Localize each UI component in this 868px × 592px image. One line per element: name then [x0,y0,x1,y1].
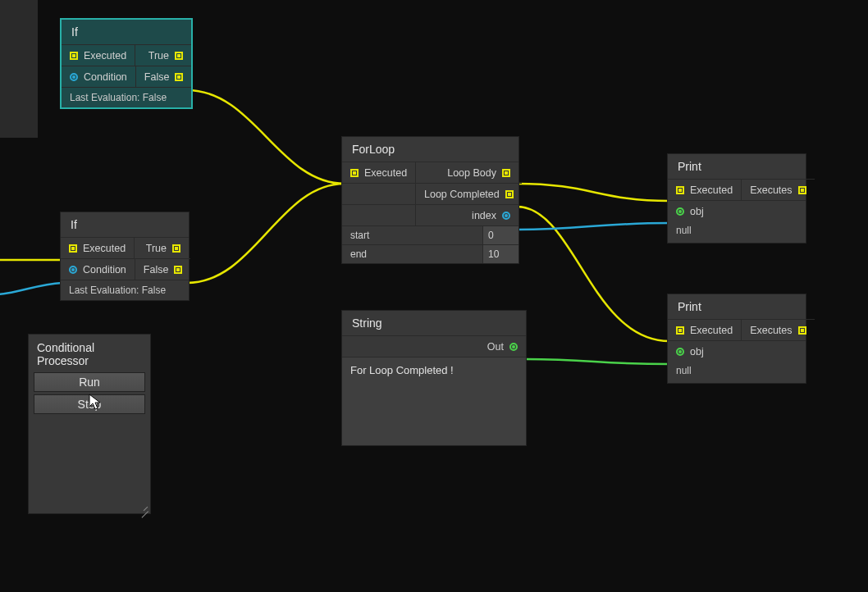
port-executed-in[interactable]: Executed [62,44,135,66]
exec-pin-icon [798,326,806,335]
exec-pin-icon [502,169,510,177]
data-pin-icon [502,212,510,220]
field-start-value[interactable]: 0 [482,226,519,244]
port-out[interactable]: Out [342,335,526,357]
port-index-out[interactable]: index [416,204,519,225]
port-executes-out[interactable]: Executes [742,179,814,200]
run-button[interactable]: Run [34,372,145,392]
string-value[interactable]: For Loop Completed ! [342,357,526,445]
empty-cell [342,204,416,225]
node-title: If [61,212,189,237]
node-null-text: null [668,362,806,383]
exec-pin-icon [174,266,182,274]
node-title: ForLoop [342,137,519,162]
step-button[interactable]: Step [34,394,145,414]
port-loop-completed-out[interactable]: Loop Completed [416,183,522,204]
exec-pin-icon [175,73,183,81]
port-executed-in[interactable]: Executed [342,162,416,183]
port-false-out[interactable]: False [136,66,192,87]
exec-pin-icon [798,186,806,194]
field-end[interactable]: end 10 [342,244,519,263]
node-title: If [62,20,191,44]
port-loop-body-out[interactable]: Loop Body [416,162,519,183]
node-title: Print [668,294,806,319]
port-true-out[interactable]: True [135,44,191,66]
node-string[interactable]: String Out For Loop Completed ! [341,310,527,446]
data-pin-icon [676,348,684,356]
port-executes-out[interactable]: Executes [742,319,814,340]
node-footer: Last Evaluation: False [61,280,189,300]
node-footer: Last Evaluation: False [62,87,191,107]
node-title: Print [668,154,806,179]
field-start[interactable]: start 0 [342,225,519,244]
exec-pin-icon [175,52,183,60]
exec-pin-icon [676,326,684,335]
port-executed-in[interactable]: Executed [668,179,742,200]
data-pin-icon [509,343,518,351]
resize-grip-icon[interactable] [140,503,148,512]
node-if-2[interactable]: If Executed True Condition False Last Ev… [60,212,190,301]
field-end-value[interactable]: 10 [482,245,519,263]
empty-cell [342,183,416,204]
panel-title: Conditional Processor [34,339,145,372]
port-executed-in[interactable]: Executed [668,319,742,340]
port-obj-in[interactable]: obj [668,340,806,362]
node-print-2[interactable]: Print Executed Executes obj null [667,294,806,384]
exec-pin-icon [172,244,180,253]
panel-body [34,417,145,508]
exec-pin-icon [70,52,78,60]
node-forloop[interactable]: ForLoop Executed Loop Body Loop Complete… [341,136,519,264]
panel-conditional-processor[interactable]: Conditional Processor Run Step [28,334,151,514]
port-executed-in[interactable]: Executed [61,237,135,258]
bg-strip [0,0,38,138]
exec-pin-icon [350,169,359,177]
port-condition-in[interactable]: Condition [62,66,136,87]
node-print-1[interactable]: Print Executed Executes obj null [667,153,806,244]
node-if-1[interactable]: If Executed True Condition False Last Ev… [60,18,193,109]
data-pin-icon [69,266,77,274]
data-pin-icon [676,207,684,216]
exec-pin-icon [676,186,684,194]
node-null-text: null [668,221,806,243]
exec-pin-icon [69,244,77,253]
port-true-out[interactable]: True [135,237,189,258]
port-obj-in[interactable]: obj [668,200,806,221]
node-title: String [342,311,526,335]
port-false-out[interactable]: False [135,258,191,280]
exec-pin-icon [505,190,514,198]
data-pin-icon [70,73,78,81]
port-condition-in[interactable]: Condition [61,258,135,280]
